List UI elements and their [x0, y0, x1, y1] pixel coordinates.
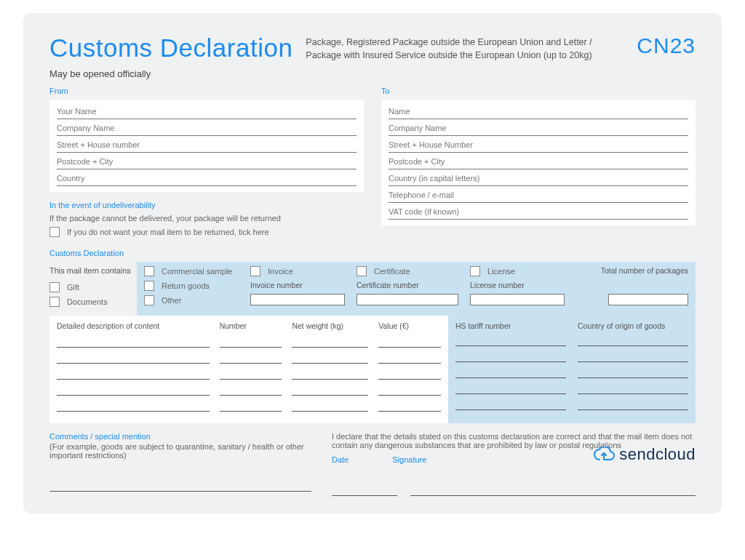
table-cell[interactable] — [292, 368, 368, 380]
contains-heading: This mail item contains — [49, 266, 137, 275]
band-col-checks: Commercial sample Return goods Other — [144, 266, 239, 308]
table-cell[interactable] — [378, 400, 441, 412]
declaration-label: Customs Declaration — [49, 249, 696, 257]
table-cell[interactable] — [57, 352, 210, 364]
license-label: License — [487, 267, 515, 276]
invoice-number-label: Invoice number — [250, 281, 345, 289]
undeliver-note: If the package cannot be delivered, your… — [49, 214, 364, 223]
from-panel: Your Name Company Name Street + House nu… — [49, 100, 364, 192]
table-cell[interactable] — [220, 368, 282, 380]
declare-section: I declare that the details stated on thi… — [332, 432, 696, 496]
form-code: CN23 — [637, 33, 696, 58]
to-field[interactable]: Street + House Number — [389, 137, 688, 153]
form-page: Customs Declaration Package, Registered … — [23, 13, 722, 513]
total-packages-input[interactable] — [608, 294, 688, 305]
from-field[interactable]: Your Name — [57, 104, 356, 119]
table-cell[interactable] — [455, 335, 566, 346]
certificate-checkbox[interactable] — [356, 266, 367, 276]
to-panel: Name Company Name Street + House Number … — [381, 100, 696, 225]
table-cell[interactable] — [578, 367, 688, 378]
date-line[interactable] — [332, 484, 397, 496]
documents-checkbox[interactable] — [49, 297, 60, 307]
license-number-label: License number — [470, 281, 565, 289]
to-field[interactable]: Postcode + City — [389, 154, 688, 169]
certificate-number-label: Certificate number — [356, 281, 458, 289]
invoice-number-input[interactable] — [250, 294, 345, 305]
table-grid-left: Detailed description of content Number N… — [57, 321, 441, 412]
table-cell[interactable] — [455, 367, 566, 378]
to-field[interactable]: Telephone / e-mail — [389, 188, 688, 203]
table-cell[interactable] — [578, 335, 688, 346]
other-checkbox[interactable] — [144, 295, 154, 305]
from-field[interactable]: Country — [57, 171, 356, 186]
band-col-invoice: Invoice Invoice number — [250, 266, 345, 308]
table-cell[interactable] — [220, 400, 282, 412]
table-cell[interactable] — [57, 400, 210, 412]
th-number: Number — [220, 321, 282, 332]
table-cell[interactable] — [378, 368, 441, 380]
from-label: From — [49, 87, 364, 95]
table-cell[interactable] — [292, 400, 368, 412]
page-subtitle: Package, Registered Package outside the … — [306, 33, 624, 62]
table-cell[interactable] — [378, 336, 441, 348]
gift-checkbox[interactable] — [49, 282, 60, 292]
declaration-band: Commercial sample Return goods Other Inv… — [137, 262, 696, 316]
to-field[interactable]: Name — [389, 104, 688, 119]
table-cell[interactable] — [220, 336, 282, 348]
to-field[interactable]: VAT code (if known) — [389, 204, 688, 220]
no-return-label: If you do not want your mail item to be … — [67, 228, 269, 236]
no-return-checkbox[interactable] — [49, 227, 60, 237]
return-goods-label: Return goods — [162, 281, 210, 290]
th-hs: HS tariff number — [455, 321, 566, 330]
cloud-icon — [593, 447, 615, 463]
th-weight: Net weight (kg) — [292, 321, 368, 332]
certificate-number-input[interactable] — [356, 294, 458, 305]
table-cell[interactable] — [455, 383, 566, 394]
table-cell[interactable] — [378, 352, 441, 364]
table-cell[interactable] — [57, 384, 210, 396]
return-goods-checkbox[interactable] — [144, 281, 154, 291]
opened-notice: May be opened officially — [49, 68, 696, 79]
commercial-sample-label: Commercial sample — [162, 267, 232, 276]
table-cell[interactable] — [455, 351, 566, 362]
certificate-label: Certificate — [374, 267, 410, 276]
table-cell[interactable] — [455, 399, 566, 410]
brand-name: sendcloud — [619, 445, 696, 464]
comments-line[interactable] — [49, 480, 311, 492]
from-field[interactable]: Street + House number — [57, 137, 356, 153]
table-cell[interactable] — [292, 352, 368, 364]
table-cell[interactable] — [220, 352, 282, 364]
undeliverability-section: In the event of undeliverability If the … — [49, 201, 364, 237]
address-columns: From Your Name Company Name Street + Hou… — [49, 87, 696, 237]
table-cell[interactable] — [378, 384, 441, 396]
content-table: Detailed description of content Number N… — [49, 316, 696, 423]
table-cell[interactable] — [578, 399, 688, 410]
contains-row: This mail item contains Gift Documents C… — [49, 262, 696, 316]
table-cell[interactable] — [292, 336, 368, 348]
total-packages-label: Total number of packages — [576, 266, 688, 275]
header: Customs Declaration Package, Registered … — [49, 33, 696, 63]
from-field[interactable]: Company Name — [57, 121, 356, 136]
table-cell[interactable] — [292, 384, 368, 396]
to-field[interactable]: Company Name — [389, 121, 688, 136]
comments-note: (For example, goods are subject to quara… — [49, 442, 311, 460]
signature-label: Signature — [392, 455, 426, 464]
invoice-checkbox[interactable] — [250, 266, 260, 276]
commercial-sample-checkbox[interactable] — [144, 266, 154, 276]
signature-line[interactable] — [410, 484, 696, 496]
table-cell[interactable] — [578, 351, 688, 362]
table-left: Detailed description of content Number N… — [49, 316, 448, 423]
band-col-total: Total number of packages — [576, 266, 688, 308]
license-checkbox[interactable] — [470, 266, 480, 276]
documents-label: Documents — [67, 297, 108, 306]
table-cell[interactable] — [220, 384, 282, 396]
license-number-input[interactable] — [470, 294, 565, 305]
table-cell[interactable] — [578, 383, 688, 394]
table-right: HS tariff number Country of origin of go… — [448, 316, 696, 423]
footer: Comments / special mention (For example,… — [49, 432, 696, 496]
to-field[interactable]: Country (in capital letters) — [389, 171, 688, 186]
table-cell[interactable] — [57, 368, 210, 380]
from-field[interactable]: Postcode + City — [57, 154, 356, 169]
table-cell[interactable] — [57, 336, 210, 348]
to-label: To — [381, 87, 696, 95]
